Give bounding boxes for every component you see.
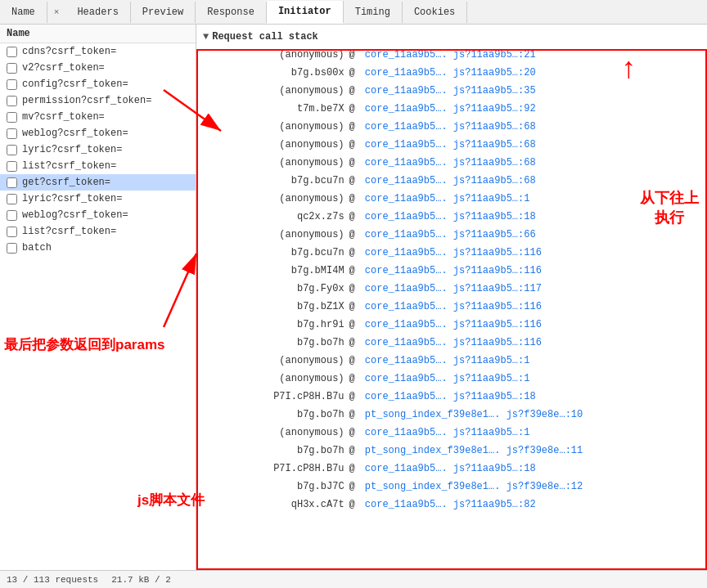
list-item[interactable]: get?csrf_token= [0,174,196,191]
list-item[interactable]: lyric?csrf_token= [0,191,196,207]
call-stack-row: (anonymous)@core_11aa9b5…. js?11aa9b5…:1 [196,424,707,442]
call-link[interactable]: pt_song_index_f39e8e1…. js?f39e8e…:12 [362,478,707,496]
call-link[interactable]: core_11aa9b5…. js?11aa9b5…:116 [362,316,707,334]
call-link[interactable]: core_11aa9b5…. js?11aa9b5…:18 [362,208,707,226]
call-link[interactable]: core_11aa9b5…. js?11aa9b5…:1 [362,370,707,388]
list-item-checkbox[interactable] [7,128,17,139]
call-link[interactable]: core_11aa9b5…. js?11aa9b5…:20 [362,64,707,82]
call-link[interactable]: core_11aa9b5…. js?11aa9b5…:21 [362,46,707,64]
call-link[interactable]: core_11aa9b5…. js?11aa9b5…:116 [362,298,707,316]
call-link[interactable]: core_11aa9b5…. js?11aa9b5…:92 [362,100,707,118]
tab-timing[interactable]: Timing [344,2,403,23]
at-symbol: @ [348,190,362,208]
list-item[interactable]: list?csrf_token= [0,223,196,240]
call-link[interactable]: core_11aa9b5…. js?11aa9b5…:68 [362,172,707,190]
list-item-checkbox[interactable] [7,210,17,221]
at-symbol: @ [348,352,362,370]
list-item[interactable]: mv?csrf_token= [0,109,196,125]
at-symbol: @ [348,82,362,100]
at-symbol: @ [348,442,362,460]
list-item-checkbox[interactable] [7,194,17,204]
requests-count: 13 / 113 requests [7,575,98,585]
at-symbol: @ [348,316,362,334]
caller-name: (anonymous) [196,46,348,64]
call-link[interactable]: core_11aa9b5…. js?11aa9b5…:35 [362,82,707,100]
call-link[interactable]: core_11aa9b5…. js?11aa9b5…:116 [362,334,707,352]
call-link[interactable]: core_11aa9b5…. js?11aa9b5…:117 [362,280,707,298]
at-symbol: @ [348,298,362,316]
call-stack-row: b7g.bo7h@core_11aa9b5…. js?11aa9b5…:116 [196,334,707,352]
call-link[interactable]: core_11aa9b5…. js?11aa9b5…:116 [362,244,707,262]
call-stack-row: b7g.bo7h@pt_song_index_f39e8e1…. js?f39e… [196,406,707,424]
list-item[interactable]: v2?csrf_token= [0,60,196,76]
call-link[interactable]: core_11aa9b5…. js?11aa9b5…:1 [362,352,707,370]
right-panel: ▼ Request call stack (anonymous)@core_11… [196,25,707,570]
caller-name: (anonymous) [196,82,348,100]
list-item-checkbox[interactable] [7,161,17,172]
list-item[interactable]: config?csrf_token= [0,76,196,92]
call-stack-row: b7g.bo7h@pt_song_index_f39e8e1…. js?f39e… [196,442,707,460]
list-item-checkbox[interactable] [7,177,17,188]
caller-name: b7g.bo7h [196,334,348,352]
tab-headers[interactable]: Headers [65,2,130,23]
list-item-label: config?csrf_token= [22,79,128,90]
call-stack-row: qH3x.cA7t@core_11aa9b5…. js?11aa9b5…:82 [196,496,707,514]
tab-response[interactable]: Response [196,2,267,23]
collapse-arrow[interactable]: ▼ [203,31,209,43]
list-item[interactable]: lyric?csrf_token= [0,141,196,158]
caller-name: b7g.bcu7n [196,172,348,190]
tab-close[interactable]: × [47,2,66,22]
list-item-checkbox[interactable] [7,145,17,155]
list-item-checkbox[interactable] [7,227,17,237]
at-symbol: @ [348,118,362,136]
call-stack-row: t7m.be7X@core_11aa9b5…. js?11aa9b5…:92 [196,100,707,118]
list-item[interactable]: list?csrf_token= [0,158,196,174]
caller-name: b7g.hr9i [196,316,348,334]
list-item-checkbox[interactable] [7,96,17,106]
call-stack-table: (anonymous)@core_11aa9b5…. js?11aa9b5…:2… [196,46,707,514]
at-symbol: @ [348,244,362,262]
call-link[interactable]: core_11aa9b5…. js?11aa9b5…:68 [362,136,707,154]
call-link[interactable]: core_11aa9b5…. js?11aa9b5…:18 [362,388,707,406]
call-link[interactable]: pt_song_index_f39e8e1…. js?f39e8e…:10 [362,406,707,424]
call-stack-row: P7I.cP8H.B7u@core_11aa9b5…. js?11aa9b5…:… [196,388,707,406]
caller-name: b7g.Fy0x [196,280,348,298]
tab-name[interactable]: Name [0,2,47,23]
list-item-checkbox[interactable] [7,63,17,74]
call-stack-row: b7g.hr9i@core_11aa9b5…. js?11aa9b5…:116 [196,316,707,334]
list-item-label: lyric?csrf_token= [22,193,122,204]
caller-name: (anonymous) [196,226,348,244]
list-item[interactable]: weblog?csrf_token= [0,207,196,223]
list-item[interactable]: batch [0,240,196,256]
call-link[interactable]: pt_song_index_f39e8e1…. js?f39e8e…:11 [362,442,707,460]
call-link[interactable]: core_11aa9b5…. js?11aa9b5…:68 [362,118,707,136]
at-symbol: @ [348,334,362,352]
call-stack-row: (anonymous)@core_11aa9b5…. js?11aa9b5…:6… [196,136,707,154]
call-stack-row: b7g.bMI4M@core_11aa9b5…. js?11aa9b5…:116 [196,262,707,280]
caller-name: (anonymous) [196,352,348,370]
list-item[interactable]: permission?csrf_token= [0,92,196,109]
list-item-label: weblog?csrf_token= [22,209,128,221]
tab-cookies[interactable]: Cookies [403,2,467,23]
list-item-label: v2?csrf_token= [22,62,105,74]
call-stack-row: b7g.Fy0x@core_11aa9b5…. js?11aa9b5…:117 [196,280,707,298]
call-link[interactable]: core_11aa9b5…. js?11aa9b5…:68 [362,154,707,172]
list-item-checkbox[interactable] [7,243,17,254]
list-item-checkbox[interactable] [7,112,17,123]
list-item-checkbox[interactable] [7,47,17,57]
call-link[interactable]: core_11aa9b5…. js?11aa9b5…:1 [362,190,707,208]
call-stack-row: (anonymous)@core_11aa9b5…. js?11aa9b5…:6… [196,226,707,244]
caller-name: qH3x.cA7t [196,496,348,514]
list-item[interactable]: weblog?csrf_token= [0,125,196,141]
list-item-checkbox[interactable] [7,79,17,90]
call-link[interactable]: core_11aa9b5…. js?11aa9b5…:18 [362,460,707,478]
caller-name: b7g.bo7h [196,442,348,460]
call-link[interactable]: core_11aa9b5…. js?11aa9b5…:1 [362,424,707,442]
call-link[interactable]: core_11aa9b5…. js?11aa9b5…:82 [362,496,707,514]
call-link[interactable]: core_11aa9b5…. js?11aa9b5…:116 [362,262,707,280]
tab-initiator[interactable]: Initiator [267,1,344,24]
tab-preview[interactable]: Preview [131,2,196,23]
list-item[interactable]: cdns?csrf_token= [0,43,196,60]
at-symbol: @ [348,370,362,388]
call-link[interactable]: core_11aa9b5…. js?11aa9b5…:66 [362,226,707,244]
